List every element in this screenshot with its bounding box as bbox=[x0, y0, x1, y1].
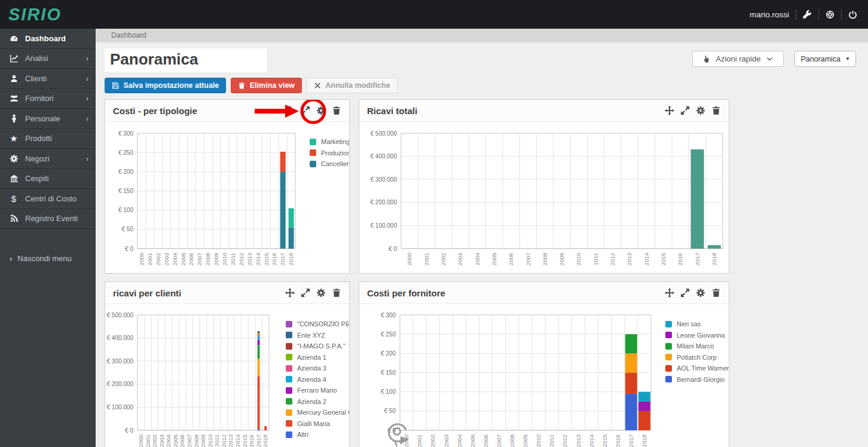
svg-text:2000: 2000 bbox=[138, 253, 145, 265]
sidebar-item-label: Prodotti bbox=[25, 134, 52, 143]
svg-text:2007: 2007 bbox=[496, 434, 502, 447]
settings-gear-icon[interactable] bbox=[316, 106, 326, 115]
globe-icon[interactable] bbox=[826, 10, 835, 19]
legend-item[interactable]: Milani Marco bbox=[665, 342, 729, 350]
expand-icon[interactable] bbox=[301, 288, 310, 298]
undo-changes-button[interactable]: Annulla modifiche bbox=[307, 78, 398, 93]
delete-trash-icon[interactable] bbox=[711, 106, 721, 115]
wrench-icon[interactable] bbox=[803, 10, 812, 19]
delete-trash-icon[interactable] bbox=[332, 288, 341, 298]
svg-text:2010: 2010 bbox=[576, 253, 582, 265]
delete-view-button[interactable]: Elimina view bbox=[231, 78, 302, 93]
legend-item[interactable]: AOL Time Warner In bbox=[665, 365, 729, 372]
legend-item[interactable]: Azienda 2 bbox=[286, 398, 350, 405]
panel-title: ricavi per clienti bbox=[113, 288, 181, 298]
svg-text:2011: 2011 bbox=[230, 253, 236, 265]
svg-text:2002: 2002 bbox=[430, 434, 436, 447]
legend-item[interactable]: Cancelleria bbox=[310, 160, 350, 167]
chevron-right-icon: › bbox=[86, 154, 88, 163]
sidebar-item-registro-eventi[interactable]: Registro Eventi bbox=[0, 209, 96, 229]
svg-text:2003: 2003 bbox=[158, 434, 165, 447]
move-icon[interactable] bbox=[665, 288, 674, 298]
sidebar-item-analisi[interactable]: Analisi › bbox=[0, 49, 96, 69]
delete-trash-icon[interactable] bbox=[711, 288, 721, 298]
expand-icon[interactable] bbox=[680, 288, 690, 298]
sidebar-item-personale[interactable]: Personale › bbox=[0, 109, 96, 129]
legend-item[interactable]: Ente XYZ bbox=[286, 332, 350, 339]
svg-text:€ 250: € 250 bbox=[381, 331, 396, 338]
page-title: Panoramica bbox=[110, 50, 261, 69]
sidebar-item-clienti[interactable]: Clienti › bbox=[0, 69, 96, 89]
legend-item[interactable]: Produzione bbox=[310, 149, 350, 157]
svg-text:2004: 2004 bbox=[165, 434, 172, 447]
bar-chart-costi-fornitore: € 0€ 50€ 100€ 150€ 200€ 250€ 30020002001… bbox=[360, 305, 659, 447]
legend-item[interactable]: Azienda 4 bbox=[286, 376, 350, 383]
sidebar-item-negozi[interactable]: Negozi › bbox=[0, 149, 96, 169]
svg-text:2003: 2003 bbox=[443, 434, 450, 447]
bar-chart-ricavi-clienti: € 0€ 100.000€ 200.000€ 300.000€ 400.000€… bbox=[106, 305, 280, 447]
hand-pointer-icon bbox=[702, 55, 710, 63]
sidebar-item-centri-di-costo[interactable]: $ Centri di Costo bbox=[0, 189, 96, 209]
svg-text:2002: 2002 bbox=[440, 253, 447, 265]
sidebar-item-cespiti[interactable]: Cespiti bbox=[0, 169, 96, 189]
sidebar-item-label: Personale bbox=[25, 114, 60, 123]
legend-swatch bbox=[665, 332, 672, 338]
save-view-label: Salva impostazione attuale bbox=[124, 81, 219, 90]
legend-item[interactable]: Altri bbox=[286, 431, 350, 438]
expand-icon[interactable] bbox=[301, 106, 310, 115]
svg-text:2000: 2000 bbox=[403, 434, 409, 447]
settings-gear-icon[interactable] bbox=[696, 106, 705, 115]
svg-text:2015: 2015 bbox=[242, 434, 248, 447]
sidebar-collapse-menu[interactable]: ‹ Nascondi menu bbox=[0, 254, 96, 263]
chevron-left-icon: ‹ bbox=[10, 254, 12, 263]
save-view-button[interactable]: Salva impostazione attuale bbox=[105, 78, 226, 93]
save-icon bbox=[112, 82, 120, 90]
quick-actions-button[interactable]: Azioni rapide bbox=[692, 51, 784, 67]
username-label: mario.rossi bbox=[750, 10, 789, 19]
power-icon[interactable] bbox=[848, 10, 857, 19]
legend-item[interactable]: Neri sas bbox=[665, 320, 729, 327]
svg-text:2014: 2014 bbox=[588, 434, 595, 447]
chevron-right-icon: › bbox=[86, 114, 88, 123]
settings-gear-icon[interactable] bbox=[316, 288, 326, 298]
legend-label: "CONSORZIO PER I... bbox=[297, 320, 350, 327]
view-selector[interactable]: Panoramica ▼ bbox=[794, 51, 856, 67]
delete-trash-icon[interactable] bbox=[332, 106, 341, 115]
legend-item[interactable]: Ferraro Mario bbox=[286, 387, 350, 394]
svg-text:€ 500.000: € 500.000 bbox=[371, 130, 398, 137]
legend-item[interactable]: "I-MAGO S.P.A." bbox=[286, 342, 350, 350]
legend-item[interactable]: Bernardi Giorgio bbox=[665, 376, 729, 383]
svg-text:2015: 2015 bbox=[263, 253, 270, 265]
sidebar-item-prodotti[interactable]: ★ Prodotti bbox=[0, 129, 96, 149]
divider bbox=[818, 10, 819, 20]
move-icon[interactable] bbox=[285, 106, 295, 115]
legend-item[interactable]: Gialli Maria bbox=[286, 420, 350, 427]
brand-area[interactable]: SIRIO bbox=[0, 5, 96, 25]
legend-item[interactable]: Mercury General C... bbox=[286, 409, 350, 416]
svg-text:2018: 2018 bbox=[711, 253, 717, 265]
svg-text:2012: 2012 bbox=[238, 253, 244, 265]
expand-icon[interactable] bbox=[680, 106, 690, 115]
legend-item[interactable]: Marketing bbox=[310, 138, 350, 145]
svg-text:€ 0: € 0 bbox=[125, 246, 133, 252]
settings-gear-icon[interactable] bbox=[696, 288, 705, 298]
sidebar-item-dashboard[interactable]: Dashboard bbox=[0, 29, 96, 49]
svg-text:2016: 2016 bbox=[271, 253, 278, 265]
svg-text:2009: 2009 bbox=[558, 253, 565, 265]
legend-item[interactable]: Leone Giovanna bbox=[665, 332, 729, 339]
legend-label: Neri sas bbox=[677, 320, 701, 327]
panel-costi-per-fornitore: Costi per fornitore € 0€ 50€ 100€ 150€ 2… bbox=[359, 281, 729, 447]
move-icon[interactable] bbox=[285, 288, 295, 298]
legend-item[interactable]: "CONSORZIO PER I... bbox=[286, 320, 350, 327]
undo-changes-label: Annulla modifiche bbox=[325, 81, 390, 90]
move-icon[interactable] bbox=[665, 106, 674, 115]
legend-item[interactable]: Azienda 3 bbox=[286, 365, 350, 372]
legend-item[interactable]: Potlatch Corp bbox=[665, 354, 729, 361]
sidebar-item-fornitori[interactable]: Fornitori › bbox=[0, 89, 96, 109]
legend-item[interactable]: Azienda 1 bbox=[286, 354, 350, 361]
svg-text:2005: 2005 bbox=[180, 253, 187, 265]
svg-text:2012: 2012 bbox=[221, 434, 227, 447]
legend-label: Mercury General C... bbox=[297, 409, 350, 416]
svg-text:2015: 2015 bbox=[601, 434, 608, 447]
legend-label: Ente XYZ bbox=[297, 332, 325, 339]
